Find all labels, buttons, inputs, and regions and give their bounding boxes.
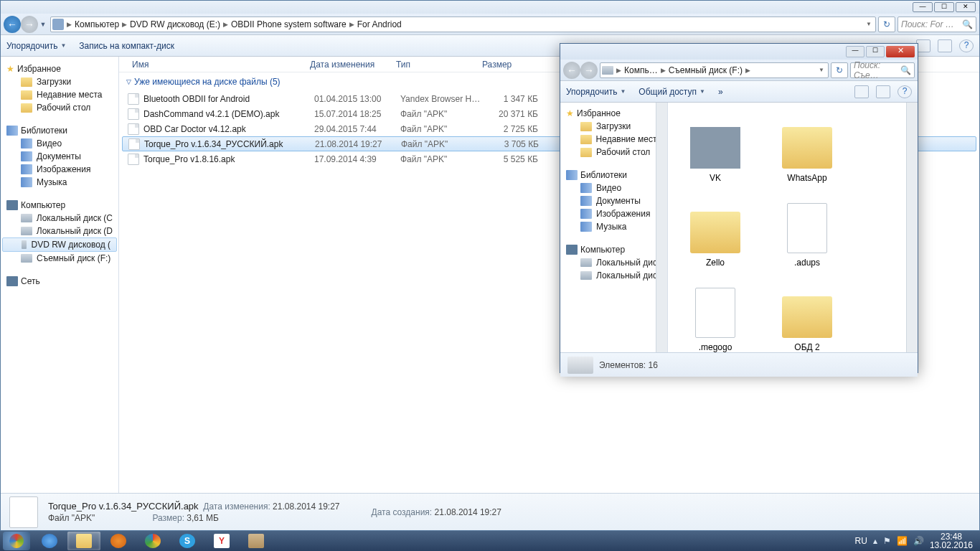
- sec-favorites-header[interactable]: ★Избранное: [560, 107, 667, 120]
- taskbar-app-paint[interactable]: [240, 532, 273, 550]
- preview-pane-button[interactable]: [938, 39, 952, 52]
- grid-item[interactable]: .megogo: [672, 276, 758, 352]
- sec-share-menu[interactable]: Общий доступ▼: [639, 87, 705, 97]
- file-type: Файл "APK": [400, 154, 486, 164]
- grid-item[interactable]: WhatsApp: [764, 107, 850, 186]
- sec-file-grid: VKWhatsAppZello.adups.megogoОБД 2: [668, 103, 906, 352]
- nav-item-drive-d[interactable]: Локальный диск (D: [1, 225, 118, 237]
- taskbar-app-ie[interactable]: [33, 532, 66, 550]
- sec-preview-pane[interactable]: [876, 85, 890, 98]
- help-button[interactable]: ?: [959, 39, 974, 52]
- taskbar-app-wmp[interactable]: [102, 532, 135, 550]
- drive-icon: [21, 214, 32, 222]
- refresh-button[interactable]: ↻: [878, 17, 895, 32]
- tray-lang[interactable]: RU: [855, 536, 867, 546]
- sec-help-button[interactable]: ?: [897, 85, 912, 98]
- sec-libraries-header[interactable]: Библиотеки: [560, 169, 667, 182]
- nav-item-documents[interactable]: Документы: [1, 150, 118, 163]
- sec-maximize-button[interactable]: ☐: [866, 46, 885, 57]
- maximize-button[interactable]: ☐: [934, 2, 954, 12]
- column-type[interactable]: Тип: [392, 60, 478, 70]
- nav-item-drive-e[interactable]: DVD RW дисковод (: [2, 237, 117, 252]
- taskbar-app-yandex[interactable]: Y: [205, 532, 238, 550]
- back-button[interactable]: ←: [4, 16, 21, 33]
- sec-nav-item[interactable]: Видео: [560, 182, 667, 194]
- file-large-icon: [9, 496, 38, 528]
- nav-item-music[interactable]: Музыка: [1, 176, 118, 189]
- sec-forward-button[interactable]: →: [580, 62, 598, 79]
- column-name[interactable]: Имя: [128, 60, 306, 70]
- breadcrumb-dropdown[interactable]: ▼: [816, 67, 826, 73]
- column-size[interactable]: Размер: [478, 60, 535, 70]
- document-icon: [21, 151, 32, 161]
- grid-item[interactable]: ОБД 2: [764, 276, 850, 352]
- sec-close-button[interactable]: ✕: [886, 46, 915, 57]
- breadcrumb-item[interactable]: Компь…: [621, 65, 661, 75]
- breadcrumb-item[interactable]: Съемный диск (F:): [666, 65, 745, 75]
- breadcrumb-dropdown[interactable]: ▼: [864, 21, 874, 27]
- tray-network-icon[interactable]: 📶: [897, 536, 908, 546]
- breadcrumb-item[interactable]: OBDII Phone system software: [228, 19, 349, 29]
- nav-item-downloads[interactable]: Загрузки: [1, 75, 118, 88]
- tray-clock[interactable]: 23:48 13.02.2016: [930, 532, 977, 550]
- taskbar-app-chrome[interactable]: [136, 532, 169, 550]
- minimize-button[interactable]: —: [913, 2, 933, 12]
- scrollbar[interactable]: [656, 103, 667, 352]
- burn-button[interactable]: Запись на компакт-диск: [79, 41, 174, 51]
- sec-breadcrumb[interactable]: ▶ Компь… ▶ Съемный диск (F:) ▶ ▼: [600, 62, 829, 78]
- sec-nav-item[interactable]: Локальный диск: [560, 269, 667, 282]
- history-dropdown[interactable]: ▼: [38, 17, 48, 32]
- sec-refresh-button[interactable]: ↻: [831, 62, 848, 78]
- file-icon: [128, 154, 139, 165]
- view-options-button[interactable]: [916, 39, 930, 52]
- sec-organize-menu[interactable]: Упорядочить▼: [566, 87, 626, 97]
- tray-flag-icon[interactable]: ⚑: [883, 536, 891, 546]
- sec-nav-item[interactable]: Документы: [560, 194, 667, 207]
- start-button[interactable]: [3, 532, 30, 550]
- breadcrumb[interactable]: ▶ Компьютер ▶ DVD RW дисковод (E:) ▶ OBD…: [50, 17, 876, 32]
- nav-item-videos[interactable]: Видео: [1, 137, 118, 150]
- grid-item[interactable]: VK: [672, 107, 758, 186]
- nav-item-drive-c[interactable]: Локальный диск (C: [1, 212, 118, 225]
- sec-nav-item[interactable]: Локальный диск: [560, 256, 667, 269]
- sec-search-input[interactable]: Поиск: Съе… 🔍: [850, 62, 915, 78]
- breadcrumb-item[interactable]: DVD RW дисковод (E:): [127, 19, 223, 29]
- tray-volume-icon[interactable]: 🔊: [913, 536, 924, 546]
- sec-nav-item[interactable]: Недавние места: [560, 133, 667, 146]
- close-button[interactable]: ✕: [956, 2, 976, 12]
- nav-item-desktop[interactable]: Рабочий стол: [1, 101, 118, 114]
- scrollbar[interactable]: [906, 103, 918, 352]
- favorites-header[interactable]: ★Избранное: [1, 62, 118, 75]
- breadcrumb-item[interactable]: Компьютер: [72, 19, 122, 29]
- network-header[interactable]: Сеть: [1, 275, 118, 288]
- sec-computer-header[interactable]: Компьютер: [560, 243, 667, 256]
- libraries-header[interactable]: Библиотеки: [1, 124, 118, 137]
- taskbar-app-explorer[interactable]: [67, 532, 100, 550]
- nav-item-recent[interactable]: Недавние места: [1, 88, 118, 101]
- sec-minimize-button[interactable]: —: [846, 46, 864, 57]
- nav-item-drive-f[interactable]: Съемный диск (F:): [1, 252, 118, 265]
- windows-logo-icon: [9, 534, 24, 548]
- grid-item[interactable]: .adups: [764, 192, 850, 270]
- sec-nav-item[interactable]: Рабочий стол: [560, 146, 667, 159]
- tray-chevron-icon[interactable]: ▴: [873, 536, 877, 546]
- music-icon: [21, 177, 32, 187]
- details-pane: Torque_Pro v.1.6.34_РУССКИЙ.apk Дата изм…: [1, 493, 979, 530]
- organize-menu[interactable]: Упорядочить▼: [6, 41, 66, 51]
- search-input[interactable]: Поиск: For … 🔍: [897, 17, 976, 32]
- file-type: Файл "APK": [400, 124, 486, 134]
- sec-nav-item[interactable]: Загрузки: [560, 120, 667, 133]
- sec-nav-item[interactable]: Изображения: [560, 207, 667, 220]
- computer-header[interactable]: Компьютер: [1, 199, 118, 212]
- forward-button[interactable]: →: [21, 16, 38, 33]
- column-date[interactable]: Дата изменения: [306, 60, 392, 70]
- breadcrumb-item[interactable]: For Andriod: [354, 19, 405, 29]
- more-icon[interactable]: »: [718, 87, 723, 97]
- nav-item-pictures[interactable]: Изображения: [1, 163, 118, 176]
- sec-view-options[interactable]: [854, 85, 869, 98]
- file-date: 01.04.2015 13:00: [314, 94, 400, 104]
- sec-nav-item[interactable]: Музыка: [560, 220, 667, 233]
- grid-item[interactable]: Zello: [672, 192, 758, 270]
- taskbar-app-skype[interactable]: S: [171, 532, 204, 550]
- sec-back-button[interactable]: ←: [563, 62, 580, 79]
